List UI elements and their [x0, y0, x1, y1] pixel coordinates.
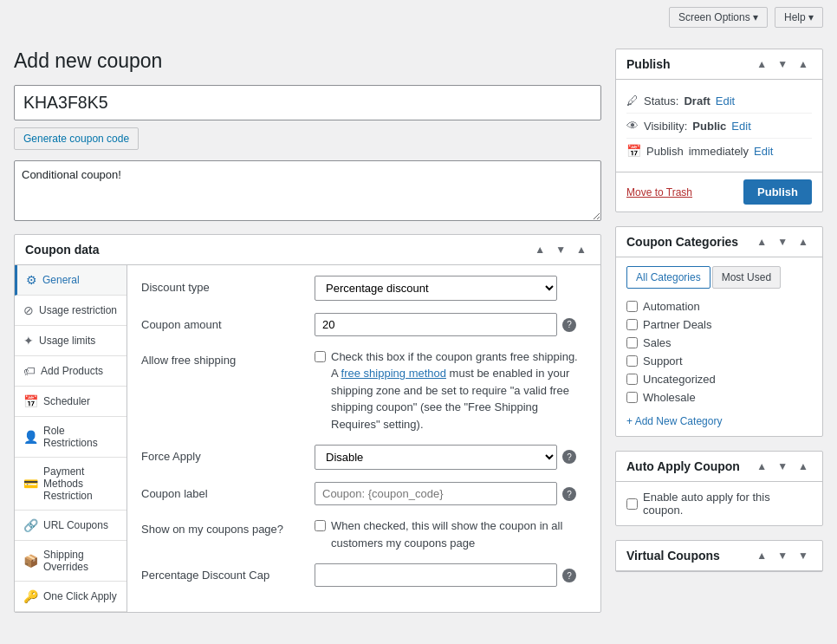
virtual-coupons-title: Virtual Coupons [626, 549, 720, 563]
publish-toggle[interactable]: ▲ [795, 56, 812, 72]
discount-type-field: Percentage discount Fixed cart discount … [315, 276, 587, 301]
metabox-toggle[interactable]: ▲ [573, 242, 590, 257]
status-edit-link[interactable]: Edit [716, 94, 735, 107]
tab-usage-restriction[interactable]: ⊘ Usage restriction [15, 296, 127, 326]
percentage-cap-input[interactable] [315, 563, 557, 587]
tab-url-coupons[interactable]: 🔗 URL Coupons [15, 511, 127, 541]
move-to-trash-link[interactable]: Move to Trash [626, 186, 692, 198]
metabox-collapse-up[interactable]: ▲ [531, 242, 548, 257]
help-button[interactable]: Help ▾ [775, 7, 823, 28]
publish-time-row: 📅 Publish immediately Edit [626, 139, 812, 163]
coupon-label-row: Coupon label ? [141, 482, 587, 505]
tab-shipping-overrides[interactable]: 📦 Shipping Overrides [15, 541, 127, 582]
publish-header[interactable]: Publish ▲ ▼ ▲ [616, 49, 822, 80]
shipping-overrides-icon: 📦 [23, 554, 38, 568]
discount-type-select[interactable]: Percentage discount Fixed cart discount … [315, 276, 557, 301]
publish-time-label: Publish [646, 145, 684, 158]
categories-header[interactable]: Coupon Categories ▲ ▼ ▲ [616, 227, 822, 257]
show-coupons-checkbox[interactable] [315, 520, 326, 531]
virtual-coupons-collapse-down[interactable]: ▼ [774, 548, 791, 563]
virtual-coupons-toggle[interactable]: ▼ [795, 548, 812, 563]
auto-apply-collapse-up[interactable]: ▲ [753, 459, 770, 474]
auto-apply-toggle[interactable]: ▲ [795, 459, 812, 474]
tab-payment-methods-label: Payment Methods Restriction [43, 465, 118, 502]
categories-tab-most-used[interactable]: Most Used [712, 266, 781, 289]
category-checkbox-support[interactable] [626, 355, 638, 367]
coupon-description-textarea[interactable]: Conditional coupon! [14, 160, 601, 221]
categories-collapse-up[interactable]: ▲ [753, 234, 770, 250]
coupon-amount-input[interactable] [315, 313, 557, 336]
auto-apply-metabox: Auto Apply Coupon ▲ ▼ ▲ Enable auto appl… [615, 451, 823, 526]
coupon-label-help-icon[interactable]: ? [562, 487, 576, 501]
categories-tab-all[interactable]: All Categories [626, 266, 710, 289]
force-apply-select[interactable]: Disable Enable [315, 445, 557, 470]
coupon-data-header[interactable]: Coupon data ▲ ▼ ▲ [15, 235, 600, 265]
force-apply-label: Force Apply [141, 445, 306, 463]
force-apply-field: Disable Enable ? [315, 445, 587, 470]
tab-role-restrictions[interactable]: 👤 Role Restrictions [15, 417, 127, 458]
show-coupons-text: When checked, this will show the coupon … [331, 517, 587, 551]
category-checkbox-sales[interactable] [626, 337, 638, 348]
categories-toggle[interactable]: ▲ [795, 234, 812, 250]
categories-tabs-bar: All Categories Most Used [626, 266, 812, 289]
coupon-label-label: Coupon label [141, 482, 306, 500]
auto-apply-header[interactable]: Auto Apply Coupon ▲ ▼ ▲ [616, 452, 822, 482]
visibility-edit-link[interactable]: Edit [731, 120, 750, 133]
auto-apply-collapse-down[interactable]: ▼ [774, 459, 791, 474]
publish-status-row: 🖊 Status: Draft Edit [626, 88, 812, 114]
usage-restriction-icon: ⊘ [23, 303, 34, 317]
categories-controls: ▲ ▼ ▲ [753, 234, 812, 250]
scheduler-icon: 📅 [23, 394, 38, 408]
free-shipping-link[interactable]: free shipping method [341, 367, 446, 380]
metabox-collapse-down[interactable]: ▼ [552, 242, 569, 257]
category-checkbox-partner-deals[interactable] [626, 319, 638, 330]
show-coupons-page-label: Show on my coupons page? [141, 517, 306, 536]
virtual-coupons-collapse-up[interactable]: ▲ [753, 548, 770, 563]
url-coupons-icon: 🔗 [23, 518, 38, 532]
auto-apply-row: Enable auto apply for this coupon. [626, 491, 812, 517]
category-checkbox-uncategorized[interactable] [626, 374, 638, 385]
coupon-label-input[interactable] [315, 482, 557, 505]
coupon-code-input[interactable] [14, 85, 601, 120]
force-apply-help-icon[interactable]: ? [562, 450, 576, 464]
add-category-link[interactable]: + Add New Category [626, 415, 722, 427]
tab-usage-limits[interactable]: ✦ Usage limits [15, 326, 127, 356]
free-shipping-text: Check this box if the coupon grants free… [331, 348, 587, 433]
screen-options-button[interactable]: Screen Options ▾ [669, 7, 768, 28]
publish-title: Publish [626, 57, 671, 71]
auto-apply-checkbox[interactable] [626, 498, 638, 510]
virtual-coupons-metabox: Virtual Coupons ▲ ▼ ▼ [615, 540, 823, 572]
coupon-amount-help-icon[interactable]: ? [562, 318, 576, 332]
auto-apply-label: Enable auto apply for this coupon. [643, 491, 812, 517]
tab-one-click-apply-label: One Click Apply [43, 590, 117, 602]
category-checkbox-wholesale[interactable] [626, 392, 638, 403]
tab-shipping-overrides-label: Shipping Overrides [43, 549, 118, 573]
payment-methods-icon: 💳 [23, 477, 38, 491]
coupon-amount-label: Coupon amount [141, 313, 306, 331]
free-shipping-label: Allow free shipping [141, 348, 306, 367]
publish-collapse-up[interactable]: ▲ [753, 56, 770, 72]
categories-collapse-down[interactable]: ▼ [774, 234, 791, 250]
show-coupons-page-field: When checked, this will show the coupon … [315, 517, 587, 551]
tab-scheduler[interactable]: 📅 Scheduler [15, 387, 127, 417]
category-checkbox-automation[interactable] [626, 301, 638, 312]
tab-one-click-apply[interactable]: 🔑 One Click Apply [15, 582, 127, 612]
publish-time-edit-link[interactable]: Edit [754, 145, 773, 158]
tab-general-label: General [42, 274, 80, 286]
virtual-coupons-header[interactable]: Virtual Coupons ▲ ▼ ▼ [616, 541, 822, 571]
free-shipping-checkbox[interactable] [315, 351, 326, 362]
force-apply-row: Force Apply Disable Enable ? [141, 445, 587, 470]
publish-button[interactable]: Publish [743, 179, 812, 205]
tab-general[interactable]: ⚙ General [15, 265, 127, 296]
coupon-data-metabox: Coupon data ▲ ▼ ▲ ⚙ General ⊘ Usage [14, 234, 601, 613]
publish-metabox-controls: ▲ ▼ ▲ [753, 56, 812, 72]
percentage-cap-help-icon[interactable]: ? [562, 569, 576, 582]
generate-coupon-button[interactable]: Generate coupon code [14, 127, 139, 150]
usage-limits-icon: ✦ [23, 334, 34, 348]
tab-add-products[interactable]: 🏷 Add Products [15, 356, 127, 387]
coupon-data-title: Coupon data [25, 243, 100, 257]
tab-payment-methods[interactable]: 💳 Payment Methods Restriction [15, 458, 127, 511]
publish-collapse-down[interactable]: ▼ [774, 56, 791, 72]
publish-body: 🖊 Status: Draft Edit 👁 Visibility: Publi… [616, 80, 822, 172]
category-list: Automation Partner Deals Sales Support [626, 297, 812, 407]
